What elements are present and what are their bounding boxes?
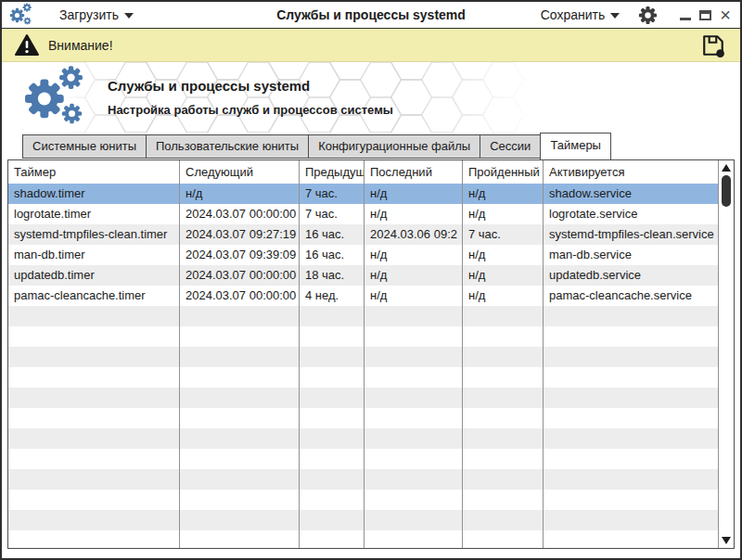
empty-row [8, 530, 718, 548]
scrollbar-thumb[interactable] [722, 175, 731, 207]
table-cell: man-db.service [544, 245, 718, 265]
column-header-2[interactable]: Предыдущий [300, 160, 365, 184]
table-cell [8, 510, 180, 530]
table-cell [544, 469, 718, 490]
table-row[interactable]: shadow.timerн/д7 час.н/дн/дshadow.servic… [8, 184, 718, 204]
table-row[interactable]: systemd-tmpfiles-clean.timer2024.03.07 0… [8, 224, 718, 245]
scroll-down-icon[interactable] [722, 537, 731, 544]
close-button[interactable]: × [720, 8, 731, 21]
table-cell [365, 469, 463, 490]
table-cell [300, 469, 365, 490]
table-cell: logrotate.service [544, 204, 718, 224]
tab-system-units[interactable]: Системные юниты [22, 134, 147, 159]
table-cell: systemd-tmpfiles-clean.service [544, 224, 718, 245]
table-cell [180, 408, 300, 428]
minimize-button[interactable] [680, 18, 691, 20]
page-subtitle: Настройка работы служб и процессов систе… [108, 103, 393, 117]
table-row[interactable]: updatedb.timer2024.03.07 00:00:0018 час.… [8, 265, 718, 286]
table-cell: 7 час. [463, 224, 544, 245]
table-cell: 16 час. [300, 245, 365, 265]
table-cell [8, 469, 180, 490]
scroll-up-icon[interactable] [722, 164, 731, 172]
save-button[interactable]: Сохранить [537, 6, 624, 24]
table-cell: 2024.03.07 00:00:00 [180, 204, 300, 224]
column-header-1[interactable]: Следующий [180, 160, 300, 184]
table-cell [463, 306, 544, 326]
empty-row [8, 347, 718, 367]
table-row[interactable]: logrotate.timer2024.03.07 00:00:007 час.… [8, 204, 718, 224]
empty-row [8, 428, 718, 449]
table-cell: н/д [463, 204, 544, 224]
table-cell [180, 469, 300, 490]
table-cell: 4 нед. [300, 286, 365, 306]
table-cell: 16 час. [300, 224, 365, 245]
table-row[interactable]: pamac-cleancache.timer2024.03.07 00:00:0… [8, 286, 718, 306]
table-cell [544, 408, 718, 428]
column-header-4[interactable]: Пройденный [463, 160, 544, 184]
table-cell [463, 490, 544, 510]
table-cell [365, 510, 463, 530]
tab-bar: Системные юниты Пользовательские юниты К… [2, 133, 740, 159]
table-row[interactable]: man-db.timer2024.03.07 09:39:0916 час.н/… [8, 245, 718, 265]
table-cell [180, 530, 300, 548]
maximize-button[interactable] [699, 10, 711, 20]
table-cell [544, 449, 718, 469]
timers-panel: ТаймерСледующийПредыдущийПоследнийПройде… [7, 159, 735, 549]
empty-row [8, 388, 718, 408]
table-cell [544, 388, 718, 408]
table-cell [8, 449, 180, 469]
table-cell: н/д [365, 245, 463, 265]
table-cell: updatedb.service [544, 265, 718, 286]
table-cell [300, 388, 365, 408]
table-cell [180, 326, 300, 347]
table-cell [300, 449, 365, 469]
table-cell [365, 388, 463, 408]
load-button-label: Загрузить [59, 7, 119, 22]
empty-row [8, 306, 718, 326]
table-cell: shadow.service [544, 184, 718, 204]
table-cell [544, 306, 718, 326]
table-cell [300, 326, 365, 347]
table-cell: 7 час. [300, 204, 365, 224]
column-header-0[interactable]: Таймер [8, 160, 180, 184]
empty-row [8, 367, 718, 388]
table-cell [365, 367, 463, 388]
table-cell [180, 388, 300, 408]
table-cell [300, 490, 365, 510]
table-cell [8, 347, 180, 367]
table-cell: shadow.timer [8, 184, 180, 204]
load-button[interactable]: Загрузить [56, 6, 137, 24]
tab-timers[interactable]: Таймеры [540, 133, 611, 159]
table-cell [544, 490, 718, 510]
tab-sessions[interactable]: Сессии [480, 134, 541, 159]
tab-config-files[interactable]: Конфигурационные файлы [308, 134, 480, 159]
table-cell: pamac-cleancache.timer [8, 286, 180, 306]
table-cell [365, 306, 463, 326]
table-cell [8, 326, 180, 347]
app-header: Службы и процессы systemd Настройка рабо… [2, 62, 740, 133]
table-cell: н/д [463, 265, 544, 286]
save-file-icon floppy-icon[interactable] [701, 33, 725, 57]
warning-icon [15, 34, 39, 57]
column-header-3[interactable]: Последний [365, 160, 463, 184]
settings-gear-icon[interactable] [638, 6, 658, 25]
empty-row [8, 510, 718, 530]
app-window-icon gears-icon [9, 3, 33, 27]
table-cell [180, 490, 300, 510]
tab-user-units[interactable]: Пользовательские юниты [146, 134, 309, 159]
table-cell [544, 326, 718, 347]
timer-table-header: ТаймерСледующийПредыдущийПоследнийПройде… [8, 160, 718, 184]
table-cell: н/д [365, 184, 463, 204]
column-header-5[interactable]: Активируется [544, 160, 718, 184]
table-cell: н/д [365, 286, 463, 306]
empty-row [8, 490, 718, 510]
table-cell [365, 347, 463, 367]
table-cell [544, 347, 718, 367]
table-cell [365, 428, 463, 449]
table-cell: man-db.timer [8, 245, 180, 265]
table-cell [463, 388, 544, 408]
page-title: Службы и процессы systemd [108, 78, 393, 94]
vertical-scrollbar[interactable] [718, 160, 734, 548]
table-cell [544, 530, 718, 548]
table-cell [365, 530, 463, 548]
